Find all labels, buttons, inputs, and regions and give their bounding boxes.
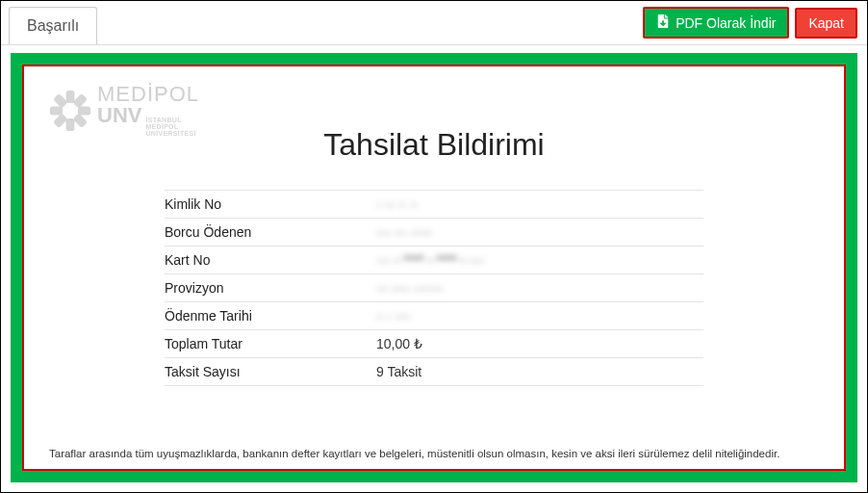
row-label: Kart No: [165, 252, 376, 268]
header-buttons: PDF Olarak İndir Kapat: [643, 7, 857, 39]
close-button-label: Kapat: [808, 15, 844, 31]
row-label: Borcu Ödenen: [165, 224, 376, 240]
details-table: Kimlik No· ··· ·· ··Borcu Ödenen···· ···…: [165, 190, 703, 386]
row-value: ··· ····· ········: [376, 280, 703, 296]
table-row: Ödenme Tarihi·· · ····: [165, 302, 703, 330]
svg-rect-5: [53, 113, 68, 128]
tab-label: Başarılı: [27, 17, 79, 34]
svg-rect-3: [78, 106, 90, 115]
svg-rect-4: [72, 92, 88, 108]
table-row: Taksit Sayısı9 Taksit: [165, 358, 703, 386]
pdf-icon: [656, 14, 670, 31]
row-label: Taksit Sayısı: [165, 364, 376, 379]
row-value: · ··· ·· ··: [376, 196, 703, 212]
success-panel: MEDİPOL UNV İSTANBUL MEDİPOL ÜNİVERSİTES…: [11, 53, 857, 482]
table-row: Toplam Tutar10,00 ₺: [165, 330, 703, 358]
table-row: Borcu Ödenen···· ··· ······: [165, 219, 703, 246]
row-value: ···· ··· ······: [376, 224, 703, 240]
tab-success[interactable]: Başarılı: [9, 7, 97, 44]
row-value: 10,00 ₺: [376, 336, 703, 351]
row-label: Provizyon: [165, 280, 376, 296]
table-row: Provizyon··· ····· ········: [165, 274, 703, 302]
footer-note: Taraflar arasında tüm uyuşmazlıklarda, b…: [49, 438, 819, 459]
logo-mark-icon: [49, 90, 91, 132]
close-button[interactable]: Kapat: [795, 8, 857, 39]
pdf-button-label: PDF Olarak İndir: [676, 15, 776, 31]
modal-container: Başarılı PDF Olarak İndir Kapat: [0, 0, 868, 493]
svg-rect-6: [53, 92, 68, 108]
row-value: 9 Taksit: [376, 364, 703, 379]
svg-rect-2: [50, 106, 63, 115]
svg-rect-0: [66, 90, 75, 102]
receipt-title: Tahsilat Bildirimi: [49, 127, 819, 163]
row-value: ·· · ····: [376, 308, 703, 324]
svg-rect-7: [72, 113, 88, 128]
table-row: Kart No···· - **** - **** - ····: [165, 246, 703, 274]
receipt-panel: MEDİPOL UNV İSTANBUL MEDİPOL ÜNİVERSİTES…: [22, 65, 846, 471]
row-label: Kimlik No: [165, 196, 376, 212]
row-value: ···· - **** - **** - ····: [376, 252, 703, 268]
logo-line2-main: UNV: [97, 105, 141, 126]
row-label: Toplam Tutar: [165, 336, 376, 351]
row-label: Ödenme Tarihi: [165, 308, 376, 324]
table-row: Kimlik No· ··· ·· ··: [165, 190, 703, 219]
logo-line1: MEDİPOL: [97, 84, 199, 105]
pdf-download-button[interactable]: PDF Olarak İndir: [643, 7, 789, 39]
modal-header: Başarılı PDF Olarak İndir Kapat: [1, 1, 867, 45]
